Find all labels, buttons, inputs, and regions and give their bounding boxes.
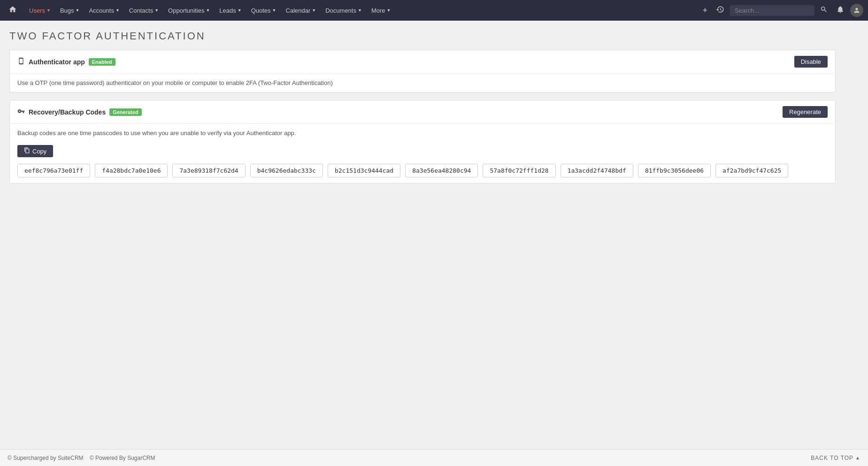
footer-left: © Supercharged by SuiteCRM © Powered By …	[8, 455, 155, 461]
footer: © Supercharged by SuiteCRM © Powered By …	[0, 449, 868, 466]
authenticator-header-left: Authenticator app Enabled	[17, 57, 115, 67]
chevron-down-icon: ▼	[312, 8, 316, 13]
nav-leads[interactable]: Leads ▼	[215, 5, 246, 16]
generated-badge: Generated	[109, 108, 141, 116]
nav-documents[interactable]: Documents ▼	[321, 5, 367, 16]
code-item: 8a3e56ea48280c94	[405, 164, 478, 177]
code-item: 7a3e89318f7c62d4	[172, 164, 245, 177]
history-icon[interactable]	[713, 3, 727, 18]
nav-calendar[interactable]: Calendar ▼	[281, 5, 321, 16]
nav-quotes[interactable]: Quotes ▼	[246, 5, 281, 16]
code-item: f4a28bdc7a0e10e6	[95, 164, 168, 177]
code-item: 81ffb9c3056dee06	[638, 164, 711, 177]
chevron-down-icon: ▼	[358, 8, 362, 13]
authenticator-title: Authenticator app	[29, 58, 85, 66]
codes-grid: eef8c796a73e01ff f4a28bdc7a0e10e6 7a3e89…	[17, 164, 828, 177]
authenticator-card-body: Use a OTP (one time password) authentica…	[10, 74, 835, 92]
navbar-right: +	[699, 3, 863, 18]
chevron-down-icon: ▼	[76, 8, 80, 13]
recovery-card-header: Recovery/Backup Codes Generated Regenera…	[10, 100, 835, 124]
code-item: b2c151d3c9444cad	[328, 164, 400, 177]
nav-opportunities[interactable]: Opportunities ▼	[163, 5, 215, 16]
notifications-icon[interactable]	[833, 3, 847, 18]
authenticator-card-header: Authenticator app Enabled Disable	[10, 50, 835, 74]
navbar: Users ▼ Bugs ▼ Accounts ▼ Contacts ▼ Opp…	[0, 0, 868, 21]
chevron-down-icon: ▼	[238, 8, 242, 13]
back-to-top[interactable]: BACK TO TOP ▲	[811, 455, 860, 461]
code-item: 57a8f0c72fff1d28	[483, 164, 555, 177]
chevron-down-icon: ▼	[46, 8, 51, 13]
copy-button[interactable]: Copy	[17, 145, 53, 157]
nav-more[interactable]: More ▼	[367, 5, 396, 16]
chevron-down-icon: ▼	[115, 8, 120, 13]
up-arrow-icon: ▲	[855, 455, 860, 460]
nav-users[interactable]: Users ▼	[24, 5, 55, 16]
authenticator-description: Use a OTP (one time password) authentica…	[17, 79, 828, 86]
search-input[interactable]	[730, 5, 814, 16]
authenticator-card: Authenticator app Enabled Disable Use a …	[9, 50, 836, 92]
recovery-card: Recovery/Backup Codes Generated Regenera…	[9, 100, 836, 183]
avatar[interactable]	[850, 4, 863, 17]
page-title: TWO FACTOR AUTHENTICATION	[0, 21, 868, 50]
home-button[interactable]	[5, 3, 21, 18]
search-icon[interactable]	[817, 4, 830, 17]
chevron-down-icon: ▼	[387, 8, 391, 13]
code-item: eef8c796a73e01ff	[17, 164, 90, 177]
chevron-down-icon: ▼	[154, 8, 159, 13]
chevron-down-icon: ▼	[206, 8, 210, 13]
enabled-badge: Enabled	[89, 58, 115, 66]
phone-icon	[17, 57, 25, 67]
key-icon	[17, 107, 25, 116]
recovery-card-body: Backup codes are one time passcodes to u…	[10, 124, 835, 183]
recovery-header-left: Recovery/Backup Codes Generated	[17, 107, 142, 116]
recovery-description: Backup codes are one time passcodes to u…	[17, 130, 828, 137]
recovery-title: Recovery/Backup Codes	[29, 108, 106, 116]
code-item: 1a3acdd2f4748bdf	[561, 164, 633, 177]
nav-accounts[interactable]: Accounts ▼	[84, 5, 124, 16]
code-item: af2a7bd9cf47c625	[715, 164, 788, 177]
chevron-down-icon: ▼	[272, 8, 277, 13]
nav-contacts[interactable]: Contacts ▼	[124, 5, 163, 16]
code-item: b4c9626edabc333c	[250, 164, 323, 177]
disable-button[interactable]: Disable	[794, 56, 828, 68]
add-button[interactable]: +	[699, 4, 710, 17]
regenerate-button[interactable]: Regenerate	[783, 106, 828, 118]
main-content: Authenticator app Enabled Disable Use a …	[0, 50, 845, 183]
nav-bugs[interactable]: Bugs ▼	[55, 5, 84, 16]
copy-icon	[24, 147, 30, 155]
